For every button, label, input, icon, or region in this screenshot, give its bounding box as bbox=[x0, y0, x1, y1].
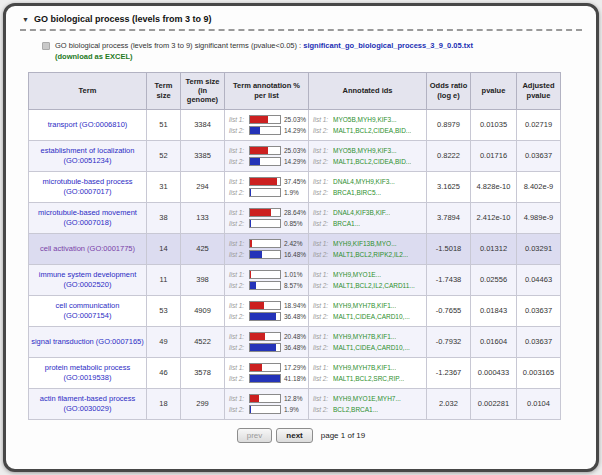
term-size-cell: 52 bbox=[147, 140, 181, 171]
list1-ids: MYH9,MYH7B,KIF1... bbox=[333, 333, 396, 340]
list1-label: list 1: bbox=[313, 116, 330, 123]
list2-bar bbox=[249, 188, 281, 197]
annotated-ids-cell: list 1:MYH9,MYH7B,KIF1...list 2:MALT1,BC… bbox=[309, 357, 427, 388]
list1-bar bbox=[249, 270, 281, 279]
list2-ids: MALT1,BCL2,CIDEA,BID... bbox=[333, 127, 411, 134]
pvalue-cell: 0.01035 bbox=[471, 109, 517, 140]
list2-percent: 14.29% bbox=[284, 158, 306, 165]
term-link[interactable]: immune system development (GO:0002520) bbox=[39, 270, 137, 289]
list2-ids: MALT1,CIDEA,CARD10,... bbox=[333, 344, 410, 351]
pvalue-cell: 0.02556 bbox=[471, 264, 517, 295]
list2-label: list 2: bbox=[313, 344, 330, 351]
term-link[interactable]: actin filament-based process (GO:0030029… bbox=[40, 394, 135, 413]
odds-ratio-cell: -1.2367 bbox=[427, 357, 471, 388]
term-size-cell: 46 bbox=[147, 357, 181, 388]
list1-percent: 17.29% bbox=[284, 364, 306, 371]
list2-label: list 2: bbox=[313, 375, 330, 382]
list1-ids: DNAL4,MYH9,KIF3... bbox=[333, 178, 395, 185]
annotated-ids-cell: list 1:MYH9,MYH7B,KIF1...list 2:MALT1,CI… bbox=[309, 295, 427, 326]
list2-label: list 2: bbox=[313, 127, 330, 134]
odds-ratio-cell: -1.7438 bbox=[427, 264, 471, 295]
annotated-ids-cell: list 1:MYH9,MYO1E...list 2:MALT1,BCL2,IL… bbox=[309, 264, 427, 295]
genome-size-cell: 294 bbox=[181, 171, 225, 202]
list1-percent: 2.42% bbox=[284, 240, 302, 247]
odds-ratio-cell: -0.7655 bbox=[427, 295, 471, 326]
list2-label: list 2: bbox=[229, 158, 246, 165]
list2-percent: 36.48% bbox=[284, 313, 306, 320]
list1-bar bbox=[249, 146, 281, 155]
annotation-cell: list 1:18.94%list 2:36.48% bbox=[225, 295, 309, 326]
download-excel-link[interactable]: (download as EXCEL) bbox=[55, 52, 133, 61]
list2-bar bbox=[249, 281, 281, 290]
annotation-cell: list 1:12.8%list 2:1.9% bbox=[225, 388, 309, 419]
list1-label: list 1: bbox=[313, 147, 330, 154]
list2-percent: 1.9% bbox=[284, 406, 299, 413]
next-button[interactable]: next bbox=[276, 428, 312, 443]
term-link[interactable]: microtubule-based process (GO:0007017) bbox=[42, 177, 132, 196]
list2-bar bbox=[249, 219, 281, 228]
annotation-cell: list 1:17.29%list 2:41.18% bbox=[225, 357, 309, 388]
term-link[interactable]: cell activation (GO:0001775) bbox=[40, 244, 135, 253]
list1-ids: MYH9,MYH7B,KIF1... bbox=[333, 364, 396, 371]
odds-ratio-cell: 0.8979 bbox=[427, 109, 471, 140]
list2-bar bbox=[249, 405, 281, 414]
list2-label: list 2: bbox=[229, 313, 246, 320]
table-row: protein metabolic process (GO:0019538)46… bbox=[29, 357, 561, 388]
go-results-panel: ▼ GO biological process (levels from 3 t… bbox=[3, 3, 599, 472]
list2-ids: MALT1,BCL2,IL2,CARD11... bbox=[333, 282, 415, 289]
list1-percent: 12.8% bbox=[284, 395, 302, 402]
annotated-ids-cell: list 1:MYO5B,MYH9,KIF3...list 2:MALT1,BC… bbox=[309, 109, 427, 140]
table-row: transport (GO:0006810)513384list 1:25.03… bbox=[29, 109, 561, 140]
list2-label: list 2: bbox=[229, 344, 246, 351]
adjusted-pvalue-cell: 0.02719 bbox=[517, 109, 561, 140]
list2-label: list 2: bbox=[313, 251, 330, 258]
genome-size-cell: 3385 bbox=[181, 140, 225, 171]
term-link[interactable]: signal transduction (GO:0007165) bbox=[31, 337, 144, 346]
term-link[interactable]: protein metabolic process (GO:0019538) bbox=[45, 363, 130, 382]
annotation-cell: list 1:20.48%list 2:36.48% bbox=[225, 326, 309, 357]
list2-percent: 0.85% bbox=[284, 220, 302, 227]
list2-percent: 8.57% bbox=[284, 282, 302, 289]
term-link[interactable]: microtubule-based movement (GO:0007018) bbox=[38, 208, 137, 227]
term-cell: microtubule-based process (GO:0007017) bbox=[29, 171, 147, 202]
list1-percent: 18.94% bbox=[284, 302, 306, 309]
term-link[interactable]: cell communication (GO:0007154) bbox=[56, 301, 120, 320]
list2-ids: MALT1,CIDEA,CARD10,... bbox=[333, 313, 410, 320]
pagination: prev next page 1 of 19 bbox=[18, 428, 584, 443]
adjusted-pvalue-cell: 4.989e-9 bbox=[517, 202, 561, 233]
term-link[interactable]: transport (GO:0006810) bbox=[48, 120, 128, 129]
col-annotated-ids: Annotated ids bbox=[309, 72, 427, 109]
table-row: actin filament-based process (GO:0030029… bbox=[29, 388, 561, 419]
col-term-size: Term size bbox=[147, 72, 181, 109]
list1-label: list 1: bbox=[313, 271, 330, 278]
table-header-row: Term Term size Term size (in genome) Ter… bbox=[29, 72, 561, 109]
odds-ratio-cell: 3.7894 bbox=[427, 202, 471, 233]
list1-percent: 1.01% bbox=[284, 271, 302, 278]
adjusted-pvalue-cell: 0.0104 bbox=[517, 388, 561, 419]
annotation-cell: list 1:25.03%list 2:14.29% bbox=[225, 140, 309, 171]
list1-label: list 1: bbox=[229, 271, 246, 278]
annotation-cell: list 1:1.01%list 2:8.57% bbox=[225, 264, 309, 295]
pvalue-cell: 0.01604 bbox=[471, 326, 517, 357]
summary-note: GO biological process (levels from 3 to … bbox=[42, 40, 584, 63]
section-title: GO biological process (levels from 3 to … bbox=[34, 14, 212, 24]
list2-ids: MALT1,BCL2,SRC,RIP... bbox=[333, 375, 404, 382]
list1-percent: 20.48% bbox=[284, 333, 306, 340]
table-body: transport (GO:0006810)513384list 1:25.03… bbox=[29, 109, 561, 419]
genome-size-cell: 133 bbox=[181, 202, 225, 233]
list1-label: list 1: bbox=[229, 240, 246, 247]
section-header[interactable]: ▼ GO biological process (levels from 3 t… bbox=[18, 14, 584, 24]
adjusted-pvalue-cell: 0.03637 bbox=[517, 140, 561, 171]
prev-button[interactable]: prev bbox=[237, 428, 273, 443]
annotated-ids-cell: list 1:MYH9,MYO1E,MYH7...list 2:BCL2,BRC… bbox=[309, 388, 427, 419]
term-link[interactable]: establishment of localization (GO:005123… bbox=[41, 146, 135, 165]
list2-ids: BRCA1... bbox=[333, 220, 360, 227]
list2-bar bbox=[249, 312, 281, 321]
list1-bar bbox=[249, 115, 281, 124]
list1-label: list 1: bbox=[313, 209, 330, 216]
list1-percent: 37.45% bbox=[284, 178, 306, 185]
term-cell: signal transduction (GO:0007165) bbox=[29, 326, 147, 357]
term-size-cell: 31 bbox=[147, 171, 181, 202]
results-file-link[interactable]: significant_go_biological_process_3_9_0.… bbox=[303, 41, 473, 50]
collapse-triangle-icon[interactable]: ▼ bbox=[22, 16, 29, 23]
